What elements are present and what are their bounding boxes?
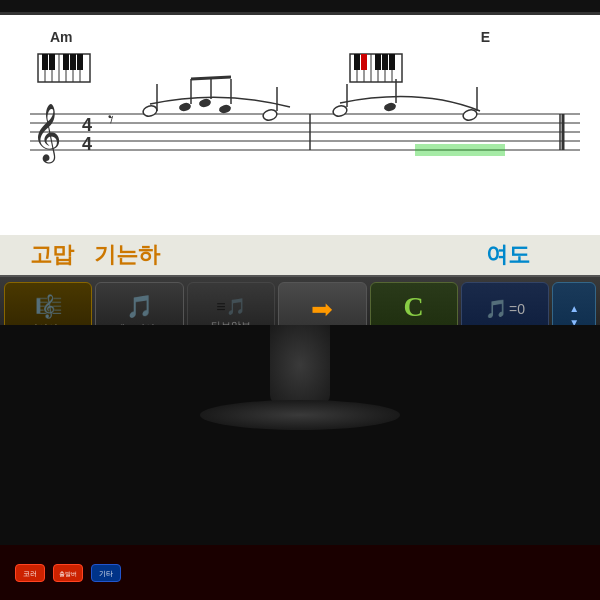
cursor-icon: ➡	[311, 296, 333, 322]
svg-rect-10	[70, 54, 76, 70]
device-btn-2[interactable]: 출발버	[53, 564, 83, 582]
lyrics-area: 고맙 기는하 여도	[0, 235, 600, 275]
svg-rect-51	[415, 144, 505, 156]
svg-rect-8	[49, 54, 55, 70]
chord-e: E	[481, 29, 550, 45]
monitor-bezel	[0, 0, 600, 15]
octave-button[interactable]: 🎵 =0 Octave	[461, 282, 549, 325]
score-button[interactable]: 🎼 장상악보	[4, 282, 92, 325]
tab-icon: ≡🎵	[216, 299, 245, 315]
device-below: 코러 출발버 기타	[0, 545, 600, 600]
score-icon: 🎼	[35, 296, 62, 318]
svg-point-33	[142, 104, 158, 117]
svg-rect-9	[63, 54, 69, 70]
svg-rect-19	[354, 54, 360, 70]
tab-button[interactable]: ≡🎵 타브악보	[187, 282, 275, 325]
svg-line-41	[191, 77, 231, 79]
monitor-stand-area: 코러 출발버 기타	[0, 325, 600, 600]
melody-button[interactable]: 🎵 멜로디악보	[95, 282, 183, 325]
svg-point-47	[383, 102, 397, 113]
nav-down-icon: ▼	[569, 318, 579, 325]
svg-rect-22	[382, 54, 388, 70]
nav-button[interactable]: ▲ ▼	[552, 282, 596, 325]
stand-base	[200, 400, 400, 430]
lyric-1: 고맙	[30, 240, 74, 270]
svg-point-42	[262, 108, 278, 121]
toolbar: 🎼 장상악보 🎵 멜로디악보 ≡🎵 타브악보 ➡ Cursor C 이조기	[0, 275, 600, 325]
screen: Am E	[0, 15, 600, 325]
svg-rect-23	[389, 54, 395, 70]
svg-point-37	[198, 98, 212, 109]
svg-rect-21	[375, 54, 381, 70]
staff-svg: 𝄞 4 4 𝄾	[20, 49, 580, 209]
svg-point-39	[218, 104, 232, 115]
chord-am: Am	[50, 29, 73, 45]
svg-text:4: 4	[82, 134, 92, 154]
lyric-2: 기는하	[94, 240, 160, 270]
device-btn-1[interactable]: 코러	[15, 564, 45, 582]
svg-rect-11	[77, 54, 83, 70]
svg-text:4: 4	[82, 115, 92, 135]
svg-point-35	[178, 102, 192, 113]
svg-text:𝄞: 𝄞	[32, 104, 62, 164]
sheet-music: Am E	[0, 15, 600, 235]
device-btn-3[interactable]: 기타	[91, 564, 121, 582]
lyric-3: 여도	[486, 240, 570, 270]
svg-rect-20	[361, 54, 367, 70]
stand-neck	[270, 325, 330, 405]
transpose-icon: C	[404, 293, 424, 321]
monitor: Am E	[0, 0, 600, 600]
nav-up-icon: ▲	[569, 304, 579, 314]
cursor-button[interactable]: ➡ Cursor	[278, 282, 366, 325]
transpose-button[interactable]: C 이조기능	[370, 282, 458, 325]
melody-icon: 🎵	[126, 296, 153, 318]
svg-point-49	[462, 108, 478, 121]
svg-rect-7	[42, 54, 48, 70]
octave-icon: 🎵	[485, 298, 507, 320]
octave-equals: =0	[509, 301, 525, 317]
chord-row: Am E	[20, 25, 580, 49]
svg-point-45	[332, 104, 348, 117]
